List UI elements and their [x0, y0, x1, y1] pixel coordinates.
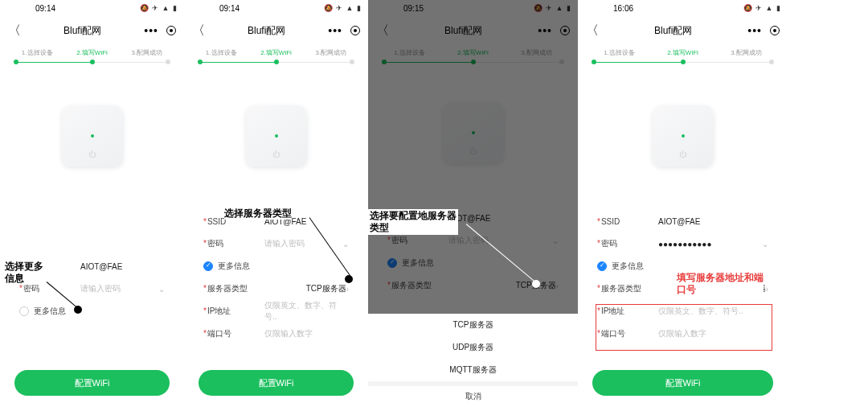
- ssid-label: SSID: [597, 217, 658, 226]
- screen-3: 09:15🔕 ✈ ▲ ▮ 〈 Blufi配网 ••• 1.选择设备2.填写WiF…: [368, 0, 578, 407]
- step-2-label: 2.填写WiFi: [64, 48, 119, 57]
- more-info-label: 更多信息: [218, 261, 250, 272]
- back-icon[interactable]: 〈: [8, 23, 21, 39]
- screen-2: 09:14 🔕 ✈ ▲ ▮ 〈 Blufi配网 ••• 1.选择设备 2.填写W…: [184, 0, 368, 407]
- more-info-label: 更多信息: [612, 261, 644, 272]
- miniprogram-close-icon[interactable]: [770, 26, 780, 35]
- step-indicator: 1.选择设备 2.填写WiFi 3.配网成功: [0, 48, 184, 57]
- step-3-label: 3.配网成功: [120, 48, 174, 57]
- status-time: 09:14: [35, 4, 55, 13]
- highlight-server-fields: [596, 304, 772, 351]
- password-input[interactable]: 请输入密码: [80, 283, 158, 294]
- more-info-toggle[interactable]: 更多信息: [203, 255, 349, 278]
- miniprogram-close-icon[interactable]: [166, 26, 176, 35]
- more-info-checkbox[interactable]: [203, 261, 213, 271]
- ip-label: IP地址: [203, 306, 264, 317]
- status-icons: 🔕 ✈ ▲ ▮: [140, 4, 178, 12]
- server-type-row[interactable]: 服务器类型 TCP服务器 ›: [203, 278, 349, 300]
- sheet-option-udp[interactable]: UDP服务器: [368, 336, 578, 359]
- more-info-label: 更多信息: [34, 306, 66, 317]
- screen-1: 09:14 🔕 ✈ ▲ ▮ 〈 Blufi配网 ••• 1.选择设备 2.填写W…: [0, 0, 184, 407]
- more-info-checkbox[interactable]: [597, 261, 607, 271]
- port-label: 端口号: [203, 328, 264, 339]
- annotation-fill-server: 填写服务器地址和端 口号: [677, 272, 764, 296]
- eye-icon[interactable]: ⌄: [762, 240, 768, 249]
- wifi-form: SSID AIOT@FAE 密码 请输入密码 ⌄ 更多信息 服务器类型 TCP服…: [184, 210, 368, 345]
- more-info-toggle[interactable]: 更多信息: [19, 300, 165, 323]
- status-time: 09:14: [219, 4, 240, 13]
- password-label: 密码: [597, 238, 658, 249]
- back-icon[interactable]: 〈: [192, 23, 205, 39]
- sheet-option-mqtt[interactable]: MQTT服务器: [368, 359, 578, 381]
- status-icons: 🔕 ✈ ▲ ▮: [324, 4, 362, 12]
- ip-input[interactable]: 仅限英文、数字、符号..: [264, 300, 349, 323]
- more-info-checkbox[interactable]: [19, 306, 29, 316]
- more-menu-icon[interactable]: •••: [144, 24, 158, 37]
- page-title: Blufi配网: [599, 24, 747, 38]
- password-input[interactable]: ●●●●●●●●●●●: [658, 240, 762, 249]
- configure-wifi-button[interactable]: 配置WiFi: [592, 370, 773, 396]
- navbar: 〈 Blufi配网 •••: [0, 16, 184, 45]
- more-menu-icon[interactable]: •••: [328, 24, 342, 37]
- step-indicator: 1.选择设备 2.填写WiFi 3.配网成功: [184, 48, 368, 57]
- eye-icon[interactable]: ⌄: [342, 240, 349, 249]
- page-title: Blufi配网: [21, 24, 144, 38]
- navbar: 〈 Blufi配网 •••: [184, 16, 368, 45]
- more-menu-icon[interactable]: •••: [747, 24, 762, 37]
- server-type-action-sheet: TCP服务器 UDP服务器 MQTT服务器 取消: [368, 314, 578, 407]
- step-1-label: 1.选择设备: [10, 48, 64, 57]
- status-bar: 09:14 🔕 ✈ ▲ ▮: [0, 0, 184, 16]
- sheet-option-tcp[interactable]: TCP服务器: [368, 314, 578, 336]
- annotation-server-type: 选择服务器类型: [224, 208, 292, 220]
- configure-wifi-button[interactable]: 配置WiFi: [199, 370, 354, 396]
- ssid-value[interactable]: AIOT@FAE: [80, 262, 165, 271]
- device-image: ⏻: [653, 105, 714, 166]
- annotation-choose-server: 选择要配置地服务器 类型: [368, 209, 458, 235]
- eye-icon[interactable]: ⌄: [158, 285, 165, 294]
- chevron-right-icon: ›: [766, 285, 768, 294]
- status-bar: 09:14 🔕 ✈ ▲ ▮: [184, 0, 368, 16]
- annotation-more-info: 选择更多 信息: [5, 261, 43, 285]
- ssid-value[interactable]: AIOT@FAE: [658, 217, 768, 226]
- sheet-cancel[interactable]: 取消: [368, 381, 578, 407]
- back-icon[interactable]: 〈: [586, 23, 599, 39]
- status-icons: 🔕 ✈ ▲ ▮: [743, 4, 781, 12]
- status-time: 16:06: [613, 4, 633, 13]
- miniprogram-close-icon[interactable]: [350, 26, 360, 35]
- step-progress-line: [16, 59, 168, 67]
- screen-4: 16:06🔕 ✈ ▲ ▮ 〈 Blufi配网 ••• 1.选择设备2.填写WiF…: [578, 0, 788, 407]
- configure-wifi-button[interactable]: 配置WiFi: [14, 370, 170, 396]
- device-image: ⏻: [246, 105, 307, 166]
- password-label: 密码: [203, 238, 264, 249]
- chevron-right-icon: ›: [346, 285, 349, 294]
- device-image: ⏻: [62, 105, 123, 166]
- page-title: Blufi配网: [205, 24, 328, 38]
- port-input[interactable]: 仅限输入数字: [264, 328, 349, 339]
